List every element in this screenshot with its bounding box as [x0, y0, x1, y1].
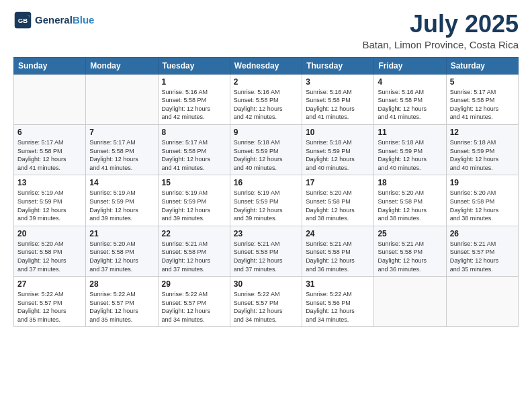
calendar-cell — [86, 74, 158, 124]
day-info: Sunrise: 5:16 AM Sunset: 5:58 PM Dayligh… — [306, 88, 370, 122]
calendar-cell: 25Sunrise: 5:21 AM Sunset: 5:58 PM Dayli… — [374, 226, 446, 276]
day-info: Sunrise: 5:21 AM Sunset: 5:57 PM Dayligh… — [450, 240, 515, 273]
header: GB GeneralBlue July 2025 Batan, Limon Pr… — [13, 11, 519, 50]
logo-line1: General — [35, 14, 73, 26]
calendar-cell: 2Sunrise: 5:16 AM Sunset: 5:58 PM Daylig… — [230, 74, 302, 124]
calendar-week-row: 20Sunrise: 5:20 AM Sunset: 5:58 PM Dayli… — [14, 226, 519, 276]
title-section: July 2025 Batan, Limon Province, Costa R… — [362, 11, 519, 50]
calendar-week-row: 6Sunrise: 5:17 AM Sunset: 5:58 PM Daylig… — [14, 124, 519, 175]
day-number: 7 — [89, 128, 154, 137]
day-number: 8 — [162, 128, 226, 137]
day-number: 9 — [234, 128, 298, 137]
calendar-cell: 29Sunrise: 5:22 AM Sunset: 5:57 PM Dayli… — [158, 277, 230, 327]
calendar-cell: 26Sunrise: 5:21 AM Sunset: 5:57 PM Dayli… — [446, 226, 518, 276]
col-header-sunday: Sunday — [14, 57, 86, 74]
day-info: Sunrise: 5:20 AM Sunset: 5:58 PM Dayligh… — [306, 189, 370, 222]
calendar-cell: 12Sunrise: 5:18 AM Sunset: 5:59 PM Dayli… — [446, 124, 518, 175]
day-info: Sunrise: 5:20 AM Sunset: 5:58 PM Dayligh… — [378, 189, 442, 222]
day-info: Sunrise: 5:22 AM Sunset: 5:57 PM Dayligh… — [89, 290, 154, 324]
day-number: 27 — [17, 279, 82, 289]
day-number: 3 — [306, 77, 370, 87]
calendar-week-row: 1Sunrise: 5:16 AM Sunset: 5:58 PM Daylig… — [14, 74, 519, 124]
day-number: 29 — [162, 279, 226, 289]
day-info: Sunrise: 5:17 AM Sunset: 5:58 PM Dayligh… — [450, 88, 515, 122]
day-info: Sunrise: 5:18 AM Sunset: 5:59 PM Dayligh… — [306, 138, 370, 172]
day-number: 26 — [450, 229, 515, 238]
day-info: Sunrise: 5:21 AM Sunset: 5:58 PM Dayligh… — [378, 240, 442, 273]
day-info: Sunrise: 5:21 AM Sunset: 5:58 PM Dayligh… — [306, 240, 370, 273]
calendar-cell: 20Sunrise: 5:20 AM Sunset: 5:58 PM Dayli… — [14, 226, 86, 276]
day-number: 31 — [306, 279, 370, 289]
calendar-cell: 23Sunrise: 5:21 AM Sunset: 5:58 PM Dayli… — [230, 226, 302, 276]
col-header-monday: Monday — [86, 57, 158, 74]
calendar-cell: 10Sunrise: 5:18 AM Sunset: 5:59 PM Dayli… — [302, 124, 374, 175]
logo-line2: Blue — [73, 14, 95, 26]
month-year: July 2025 — [362, 11, 519, 38]
calendar-cell: 21Sunrise: 5:20 AM Sunset: 5:58 PM Dayli… — [86, 226, 158, 276]
day-number: 16 — [234, 178, 298, 187]
logo-text: GeneralBlue — [35, 14, 94, 26]
day-info: Sunrise: 5:22 AM Sunset: 5:57 PM Dayligh… — [17, 290, 82, 324]
day-number: 14 — [89, 178, 154, 187]
day-number: 2 — [234, 77, 298, 87]
calendar-cell: 14Sunrise: 5:19 AM Sunset: 5:59 PM Dayli… — [86, 175, 158, 226]
calendar-cell — [446, 277, 518, 327]
calendar-cell: 31Sunrise: 5:22 AM Sunset: 5:56 PM Dayli… — [302, 277, 374, 327]
day-info: Sunrise: 5:20 AM Sunset: 5:58 PM Dayligh… — [17, 240, 82, 273]
day-info: Sunrise: 5:20 AM Sunset: 5:58 PM Dayligh… — [450, 189, 515, 222]
day-info: Sunrise: 5:19 AM Sunset: 5:59 PM Dayligh… — [17, 189, 82, 222]
calendar-cell: 9Sunrise: 5:18 AM Sunset: 5:59 PM Daylig… — [230, 124, 302, 175]
day-number: 28 — [89, 279, 154, 289]
day-number: 30 — [234, 279, 298, 289]
day-info: Sunrise: 5:20 AM Sunset: 5:58 PM Dayligh… — [89, 240, 154, 273]
logo: GB GeneralBlue — [13, 11, 94, 30]
day-number: 12 — [450, 128, 515, 137]
calendar-cell: 27Sunrise: 5:22 AM Sunset: 5:57 PM Dayli… — [14, 277, 86, 327]
day-info: Sunrise: 5:22 AM Sunset: 5:56 PM Dayligh… — [306, 290, 370, 324]
calendar-cell — [14, 74, 86, 124]
calendar-week-row: 13Sunrise: 5:19 AM Sunset: 5:59 PM Dayli… — [14, 175, 519, 226]
day-info: Sunrise: 5:17 AM Sunset: 5:58 PM Dayligh… — [89, 138, 154, 172]
calendar: SundayMondayTuesdayWednesdayThursdayFrid… — [13, 57, 519, 328]
calendar-cell: 6Sunrise: 5:17 AM Sunset: 5:58 PM Daylig… — [14, 124, 86, 175]
day-info: Sunrise: 5:19 AM Sunset: 5:59 PM Dayligh… — [89, 189, 154, 222]
day-info: Sunrise: 5:19 AM Sunset: 5:59 PM Dayligh… — [162, 189, 226, 222]
day-number: 20 — [17, 229, 82, 238]
day-number: 19 — [450, 178, 515, 187]
col-header-wednesday: Wednesday — [230, 57, 302, 74]
calendar-cell: 18Sunrise: 5:20 AM Sunset: 5:58 PM Dayli… — [374, 175, 446, 226]
day-info: Sunrise: 5:21 AM Sunset: 5:58 PM Dayligh… — [234, 240, 298, 273]
day-number: 22 — [162, 229, 226, 238]
col-header-saturday: Saturday — [446, 57, 518, 74]
calendar-cell: 1Sunrise: 5:16 AM Sunset: 5:58 PM Daylig… — [158, 74, 230, 124]
calendar-cell: 28Sunrise: 5:22 AM Sunset: 5:57 PM Dayli… — [86, 277, 158, 327]
calendar-cell: 19Sunrise: 5:20 AM Sunset: 5:58 PM Dayli… — [446, 175, 518, 226]
day-number: 18 — [378, 178, 442, 187]
calendar-cell: 4Sunrise: 5:16 AM Sunset: 5:58 PM Daylig… — [374, 74, 446, 124]
calendar-cell: 7Sunrise: 5:17 AM Sunset: 5:58 PM Daylig… — [86, 124, 158, 175]
day-number: 4 — [378, 77, 442, 87]
day-info: Sunrise: 5:16 AM Sunset: 5:58 PM Dayligh… — [162, 88, 226, 122]
col-header-tuesday: Tuesday — [158, 57, 230, 74]
day-number: 25 — [378, 229, 442, 238]
day-info: Sunrise: 5:17 AM Sunset: 5:58 PM Dayligh… — [162, 138, 226, 172]
day-number: 11 — [378, 128, 442, 137]
location: Batan, Limon Province, Costa Rica — [362, 39, 519, 50]
day-info: Sunrise: 5:19 AM Sunset: 5:59 PM Dayligh… — [234, 189, 298, 222]
day-info: Sunrise: 5:18 AM Sunset: 5:59 PM Dayligh… — [450, 138, 515, 172]
calendar-cell: 17Sunrise: 5:20 AM Sunset: 5:58 PM Dayli… — [302, 175, 374, 226]
day-number: 15 — [162, 178, 226, 187]
calendar-cell: 16Sunrise: 5:19 AM Sunset: 5:59 PM Dayli… — [230, 175, 302, 226]
calendar-cell: 24Sunrise: 5:21 AM Sunset: 5:58 PM Dayli… — [302, 226, 374, 276]
day-number: 24 — [306, 229, 370, 238]
day-number: 13 — [17, 178, 82, 187]
svg-text:GB: GB — [18, 17, 28, 24]
day-number: 23 — [234, 229, 298, 238]
col-header-thursday: Thursday — [302, 57, 374, 74]
day-number: 6 — [17, 128, 82, 137]
day-number: 21 — [89, 229, 154, 238]
calendar-week-row: 27Sunrise: 5:22 AM Sunset: 5:57 PM Dayli… — [14, 277, 519, 327]
day-info: Sunrise: 5:16 AM Sunset: 5:58 PM Dayligh… — [378, 88, 442, 122]
day-info: Sunrise: 5:22 AM Sunset: 5:57 PM Dayligh… — [162, 290, 226, 324]
day-number: 1 — [162, 77, 226, 87]
